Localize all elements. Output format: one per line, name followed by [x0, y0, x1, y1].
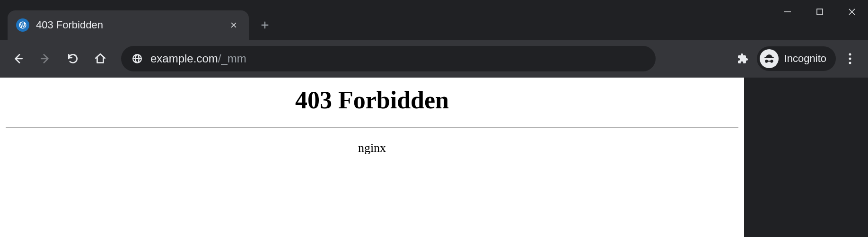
- active-tab[interactable]: 403 Forbidden: [8, 10, 249, 40]
- browser-menu-button[interactable]: [839, 47, 861, 70]
- error-heading: 403 Forbidden: [0, 86, 744, 114]
- reload-button[interactable]: [61, 47, 84, 70]
- divider: [6, 127, 738, 128]
- home-button[interactable]: [89, 47, 112, 70]
- browser-toolbar: example.com/_mm Incognito: [0, 40, 868, 78]
- back-button[interactable]: [7, 47, 29, 70]
- incognito-indicator[interactable]: Incognito: [757, 46, 836, 71]
- url-display: example.com/_mm: [150, 52, 246, 65]
- wordpress-favicon: [16, 18, 29, 32]
- incognito-label: Incognito: [784, 53, 826, 65]
- svg-point-3: [849, 62, 851, 64]
- svg-rect-0: [817, 9, 823, 15]
- site-info-icon[interactable]: [132, 53, 143, 64]
- window-controls: [772, 0, 868, 24]
- page-content: 403 Forbidden nginx: [0, 78, 744, 237]
- incognito-icon: [760, 49, 779, 68]
- minimize-button[interactable]: [772, 0, 804, 24]
- new-tab-button[interactable]: [254, 15, 275, 35]
- svg-point-2: [849, 58, 851, 60]
- close-tab-button[interactable]: [227, 18, 240, 32]
- server-signature: nginx: [0, 141, 744, 155]
- extensions-button[interactable]: [731, 47, 754, 70]
- forward-button[interactable]: [34, 47, 57, 70]
- address-bar[interactable]: example.com/_mm: [121, 46, 656, 71]
- toolbar-right-actions: Incognito: [731, 46, 861, 71]
- svg-point-1: [849, 53, 851, 56]
- close-window-button[interactable]: [836, 0, 868, 24]
- url-host: example.com: [150, 52, 218, 65]
- maximize-button[interactable]: [804, 0, 836, 24]
- tab-title: 403 Forbidden: [36, 19, 220, 31]
- url-path: /_mm: [218, 52, 246, 65]
- browser-titlebar: 403 Forbidden: [0, 0, 868, 40]
